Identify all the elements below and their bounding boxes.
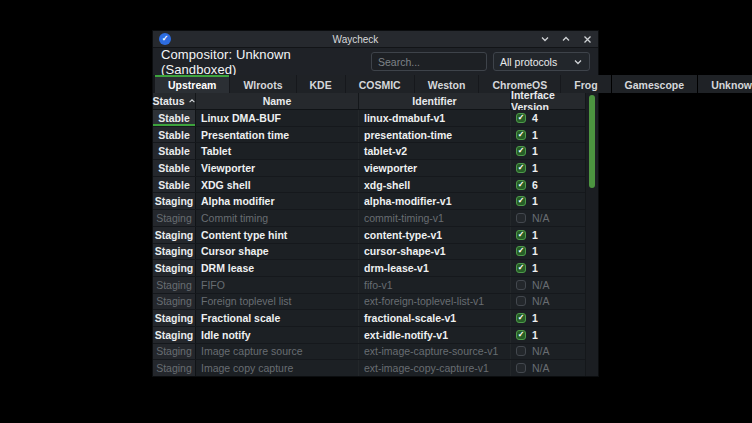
protocol-filter-dropdown[interactable]: All protocols: [493, 52, 590, 71]
table-row[interactable]: Staging Foreign toplevel list ext-foreig…: [153, 294, 585, 311]
identifier-cell: fifo-v1: [359, 277, 511, 293]
status-cell: Stable: [153, 177, 196, 193]
version-cell: ✓ 1: [511, 310, 585, 326]
name-cell: XDG shell: [196, 177, 359, 193]
maximize-icon[interactable]: [561, 34, 571, 44]
version-value: N/A: [532, 295, 550, 307]
version-cell: ✓ 6: [511, 177, 585, 193]
status-cell: Stable: [153, 160, 196, 176]
status-cell: Stable: [153, 143, 196, 159]
identifier-cell: content-type-v1: [359, 227, 511, 243]
identifier-cell: ext-image-capture-source-v1: [359, 344, 511, 360]
status-cell: Staging: [153, 210, 196, 226]
table-row[interactable]: Staging Fractional scale fractional-scal…: [153, 310, 585, 327]
name-cell: Cursor shape: [196, 244, 359, 260]
name-cell: Idle notify: [196, 327, 359, 343]
table-row[interactable]: Staging DRM lease drm-lease-v1 ✓ 1: [153, 260, 585, 277]
tab-weston[interactable]: Weston: [415, 75, 479, 93]
titlebar[interactable]: ✓ Waycheck: [153, 31, 598, 48]
tab-unknown[interactable]: Unknown: [698, 75, 752, 93]
tab-cosmic[interactable]: COSMIC: [346, 75, 414, 93]
checked-checkbox-icon: ✓: [516, 180, 526, 190]
name-cell: Image copy capture: [196, 360, 359, 376]
checked-checkbox-icon: ✓: [516, 130, 526, 140]
table-header-row: Status Name Identifier Interface Version: [153, 93, 585, 110]
version-cell: ✓ 1: [511, 244, 585, 260]
name-cell: Alpha modifier: [196, 193, 359, 209]
version-value: 1: [532, 312, 538, 324]
tab-kde[interactable]: KDE: [297, 75, 345, 93]
table-row[interactable]: Stable Tablet tablet-v2 ✓ 1: [153, 143, 585, 160]
identifier-cell: ext-idle-notify-v1: [359, 327, 511, 343]
identifier-cell: presentation-time: [359, 127, 511, 143]
identifier-cell: tablet-v2: [359, 143, 511, 159]
version-cell: N/A: [511, 210, 585, 226]
checked-checkbox-icon: ✓: [516, 163, 526, 173]
identifier-cell: ext-image-copy-capture-v1: [359, 360, 511, 376]
version-value: 4: [532, 112, 538, 124]
identifier-cell: viewporter: [359, 160, 511, 176]
name-cell: Linux DMA-BUF: [196, 110, 359, 126]
table-row[interactable]: Staging Idle notify ext-idle-notify-v1 ✓…: [153, 327, 585, 344]
checked-checkbox-icon: ✓: [516, 196, 526, 206]
column-header-interface-version[interactable]: Interface Version: [511, 93, 585, 109]
identifier-cell: alpha-modifier-v1: [359, 193, 511, 209]
minimize-icon[interactable]: [540, 34, 550, 44]
table-row[interactable]: Stable Presentation time presentation-ti…: [153, 127, 585, 144]
version-cell: ✓ 1: [511, 127, 585, 143]
unchecked-checkbox-icon: [516, 296, 526, 306]
search-input[interactable]: [371, 52, 487, 71]
version-value: 1: [532, 145, 538, 157]
protocol-filter-value: All protocols: [500, 56, 573, 68]
checked-checkbox-icon: ✓: [516, 313, 526, 323]
table-row[interactable]: Staging Content type hint content-type-v…: [153, 227, 585, 244]
checked-checkbox-icon: ✓: [516, 246, 526, 256]
status-cell: Staging: [153, 360, 196, 376]
table-row[interactable]: Staging Alpha modifier alpha-modifier-v1…: [153, 193, 585, 210]
status-cell: Staging: [153, 310, 196, 326]
version-cell: N/A: [511, 360, 585, 376]
status-cell: Staging: [153, 327, 196, 343]
vertical-scrollbar[interactable]: [585, 93, 598, 376]
status-cell: Staging: [153, 193, 196, 209]
status-cell: Stable: [153, 127, 196, 143]
table-row[interactable]: Stable Viewporter viewporter ✓ 1: [153, 160, 585, 177]
name-cell: DRM lease: [196, 260, 359, 276]
scrollbar-thumb[interactable]: [589, 95, 595, 188]
status-cell: Staging: [153, 294, 196, 310]
unchecked-checkbox-icon: [516, 363, 526, 373]
column-header-name[interactable]: Name: [196, 93, 359, 109]
name-cell: Foreign toplevel list: [196, 294, 359, 310]
tab-gamescope[interactable]: Gamescope: [612, 75, 698, 93]
protocol-table: Status Name Identifier Interface Version…: [153, 93, 598, 376]
table-row[interactable]: Staging Image capture source ext-image-c…: [153, 344, 585, 361]
table-row[interactable]: Staging Cursor shape cursor-shape-v1 ✓ 1: [153, 244, 585, 261]
identifier-cell: cursor-shape-v1: [359, 244, 511, 260]
name-cell: Fractional scale: [196, 310, 359, 326]
status-cell: Staging: [153, 227, 196, 243]
table-row[interactable]: Staging FIFO fifo-v1 N/A: [153, 277, 585, 294]
table-row[interactable]: Staging Commit timing commit-timing-v1 N…: [153, 210, 585, 227]
table-body: Stable Linux DMA-BUF linux-dmabuf-v1 ✓ 4…: [153, 110, 585, 376]
version-value: 1: [532, 229, 538, 241]
version-value: 6: [532, 179, 538, 191]
checked-checkbox-icon: ✓: [516, 263, 526, 273]
version-value: 1: [532, 129, 538, 141]
tab-wlroots[interactable]: Wlroots: [230, 75, 295, 93]
header-bar: Compositor: Unknown (Sandboxed) All prot…: [153, 48, 598, 75]
version-value: 1: [532, 162, 538, 174]
table-row[interactable]: Stable Linux DMA-BUF linux-dmabuf-v1 ✓ 4: [153, 110, 585, 127]
column-header-status[interactable]: Status: [153, 93, 196, 109]
table-row[interactable]: Staging Image copy capture ext-image-cop…: [153, 360, 585, 376]
sort-ascending-icon: [188, 97, 196, 105]
chevron-down-icon: [573, 57, 583, 67]
checked-checkbox-icon: ✓: [516, 146, 526, 156]
close-icon[interactable]: [582, 34, 592, 44]
version-value: N/A: [532, 345, 550, 357]
status-cell: Staging: [153, 244, 196, 260]
version-value: 1: [532, 195, 538, 207]
table-row[interactable]: Stable XDG shell xdg-shell ✓ 6: [153, 177, 585, 194]
tab-upstream[interactable]: Upstream: [155, 75, 229, 93]
column-header-identifier[interactable]: Identifier: [359, 93, 511, 109]
name-cell: Tablet: [196, 143, 359, 159]
